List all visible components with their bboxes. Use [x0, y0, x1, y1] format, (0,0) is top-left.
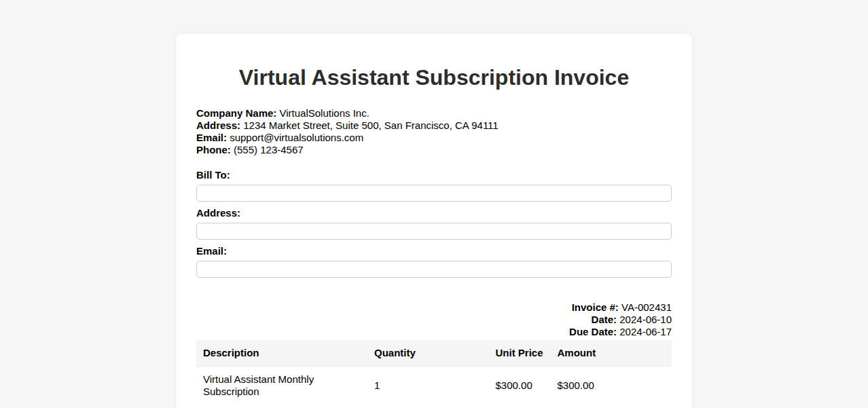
- billing-address-label: Address:: [196, 207, 672, 219]
- invoice-card: Virtual Assistant Subscription Invoice C…: [176, 34, 692, 408]
- invoice-due-date-line: Due Date: 2024-06-17: [196, 326, 672, 338]
- cell-description: Virtual Assistant Monthly Subscription: [196, 367, 367, 405]
- header-description: Description: [196, 340, 367, 367]
- company-email-value: support@virtualsolutions.com: [230, 132, 363, 143]
- company-name-label: Company Name:: [196, 107, 276, 119]
- invoice-number-value: VA-002431: [621, 301, 672, 313]
- header-quantity: Quantity: [367, 340, 489, 367]
- invoice-date-value: 2024-06-10: [619, 314, 672, 325]
- company-address-label: Address:: [196, 119, 240, 131]
- company-info: Company Name: VirtualSolutions Inc. Addr…: [196, 107, 672, 156]
- invoice-date-label: Date:: [592, 314, 617, 325]
- company-email-label: Email:: [196, 132, 227, 143]
- invoice-number-line: Invoice #: VA-002431: [196, 301, 672, 314]
- invoice-due-date-value: 2024-06-17: [619, 326, 672, 337]
- cell-amount: $300.00: [551, 367, 672, 405]
- billing-email-label: Email:: [196, 245, 672, 257]
- page-title: Virtual Assistant Subscription Invoice: [196, 65, 672, 90]
- company-email-line: Email: support@virtualsolutions.com: [196, 132, 672, 144]
- header-unit-price: Unit Price: [489, 340, 551, 367]
- invoice-meta: Invoice #: VA-002431 Date: 2024-06-10 Du…: [196, 301, 672, 338]
- bill-to-label: Bill To:: [196, 169, 672, 181]
- company-phone-label: Phone:: [196, 144, 231, 155]
- company-address-value: 1234 Market Street, Suite 500, San Franc…: [243, 119, 499, 131]
- invoice-number-label: Invoice #:: [572, 301, 619, 313]
- billing-email-input[interactable]: [196, 261, 672, 278]
- table-row: Virtual Assistant Monthly Subscription 1…: [196, 367, 672, 405]
- header-amount: Amount: [551, 340, 672, 367]
- company-name-line: Company Name: VirtualSolutions Inc.: [196, 107, 672, 119]
- company-phone-value: (555) 123-4567: [234, 144, 304, 155]
- company-name-value: VirtualSolutions Inc.: [280, 107, 369, 119]
- billing-address-input[interactable]: [196, 223, 672, 240]
- invoice-due-date-label: Due Date:: [569, 326, 617, 337]
- company-address-line: Address: 1234 Market Street, Suite 500, …: [196, 119, 672, 132]
- table-header-row: Description Quantity Unit Price Amount: [196, 340, 672, 367]
- line-items-table: Description Quantity Unit Price Amount V…: [196, 340, 672, 405]
- invoice-date-line: Date: 2024-06-10: [196, 314, 672, 326]
- bill-to-input[interactable]: [196, 185, 672, 202]
- billing-form: Bill To: Address: Email:: [196, 169, 672, 278]
- cell-quantity: 1: [367, 367, 489, 405]
- company-phone-line: Phone: (555) 123-4567: [196, 144, 672, 156]
- cell-unit-price: $300.00: [489, 367, 551, 405]
